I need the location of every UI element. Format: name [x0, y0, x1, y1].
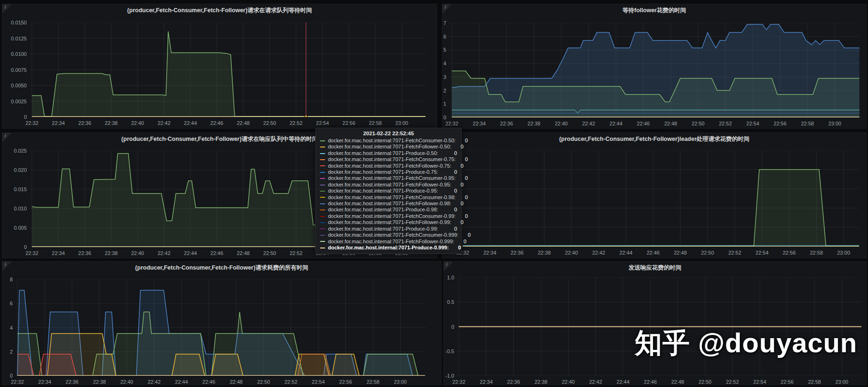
x-axis-label: 22:54 [742, 121, 763, 126]
x-axis-label: 23:00 [831, 379, 852, 385]
y-axis-label: 0 [6, 245, 27, 250]
plot-canvas[interactable] [463, 150, 859, 247]
tooltip-row: docker.for.mac.host.internal:7071-FetchC… [320, 194, 457, 201]
x-axis-label: 22:54 [752, 250, 772, 255]
x-axis-label: 22:34 [34, 379, 55, 385]
tooltip-row: docker.for.mac.host.internal:7071-FetchF… [320, 219, 457, 225]
x-axis-label: 22:32 [7, 379, 28, 385]
panel-title[interactable]: 发送响应花费的时间 [444, 264, 866, 272]
y-axis-label: 0.0050 [6, 83, 27, 88]
x-axis-label: 22:38 [101, 120, 122, 126]
x-axis-label: 22:42 [579, 121, 599, 126]
tooltip-row: docker.for.mac.host.internal:7071-Produc… [320, 169, 457, 175]
x-axis-label: 22:56 [779, 250, 799, 255]
tooltip-row: docker.for.mac.host.internal:7071-FetchC… [320, 232, 457, 238]
y-axis-label: 0.0075 [6, 68, 27, 73]
series-marker-icon [320, 165, 325, 166]
panel-plot[interactable] [30, 23, 426, 117]
x-axis-label: 22:44 [171, 379, 192, 385]
chart-tooltip: 2021-02-22 22:52:45 docker.for.mac.host.… [315, 128, 462, 254]
y-axis-label: 1.0 [434, 275, 454, 280]
y-axis-label: 0.0150 [6, 20, 27, 25]
tooltip-row: docker.for.mac.host.internal:7071-Produc… [320, 188, 457, 194]
plot-canvas[interactable] [30, 23, 426, 117]
y-axis-label: 7 [426, 21, 446, 26]
x-axis-label: 22:36 [503, 379, 524, 385]
panel-title[interactable]: (producer,Fetch-Consumer,Fetch-Follower)… [442, 135, 866, 143]
x-axis-label: 23:00 [390, 379, 411, 385]
series-marker-icon [320, 185, 325, 186]
series-marker-icon [320, 140, 325, 141]
x-axis-label: 22:48 [233, 120, 253, 126]
tooltip-row: docker.for.mac.host.internal:7071-Produc… [320, 150, 457, 156]
x-axis-label: 22:34 [469, 121, 489, 126]
tooltip-series-label: docker.for.mac.host.internal:7071-Produc… [328, 226, 445, 232]
tooltip-row: docker.for.mac.host.internal:7071-Produc… [320, 245, 457, 251]
series-marker-icon [320, 235, 325, 236]
tooltip-series-label: docker.for.mac.host.internal:7071-FetchF… [328, 239, 454, 245]
x-axis-label: 22:56 [339, 120, 359, 126]
x-axis-label: 22:38 [524, 121, 544, 126]
x-axis-label: 23:00 [824, 121, 845, 126]
series-marker-icon [320, 191, 325, 192]
x-axis-label: 22:58 [804, 379, 825, 385]
x-axis-label: 22:52 [715, 121, 736, 126]
tooltip-series-value: 0 [458, 219, 464, 225]
tooltip-series-value: 0 [451, 226, 457, 232]
x-axis-label: 22:50 [697, 250, 718, 255]
x-axis-label: 22:48 [670, 250, 691, 255]
x-axis-label: 22:42 [154, 120, 175, 126]
tooltip-row: docker.for.mac.host.internal:7071-FetchF… [320, 144, 457, 150]
tooltip-series-label: docker.for.mac.host.internal:7071-FetchF… [328, 144, 451, 150]
series-marker-icon [320, 147, 325, 147]
series-marker-icon [320, 153, 325, 154]
x-axis-label: 22:52 [724, 250, 745, 255]
tooltip-series-value: 0 [461, 239, 466, 245]
x-axis-label: 22:40 [551, 121, 571, 126]
panel-plot[interactable] [449, 23, 860, 117]
x-axis-label: 22:50 [688, 121, 708, 126]
y-axis-label: 0.025 [6, 148, 27, 154]
x-axis-label: 22:36 [507, 250, 527, 255]
x-axis-label: 22:36 [496, 121, 517, 126]
y-axis-label: 0 [6, 115, 27, 120]
panel-plot[interactable] [15, 279, 426, 376]
x-axis-label: 22:54 [312, 120, 333, 126]
x-axis-label: 22:44 [606, 121, 626, 126]
panel-title[interactable]: (producer,Fetch-Consumer,Fetch-Follower)… [2, 264, 441, 272]
x-axis-label: 22:40 [561, 250, 582, 255]
crosshair-dot [305, 116, 308, 117]
x-axis-label: 22:38 [89, 379, 110, 385]
y-axis-label: 1 [426, 101, 446, 107]
x-axis-label: 22:44 [616, 250, 636, 255]
y-axis-label: 2 [426, 88, 446, 93]
panel-follower-wait: i等待follower花费的时间7654321022:3222:3422:362… [442, 4, 867, 129]
x-axis-label: 22:48 [660, 121, 681, 126]
series-marker-icon [320, 241, 325, 242]
tooltip-series-value: 0 [458, 163, 464, 169]
tooltip-series-value: 0 [451, 188, 457, 194]
x-axis-label: 22:34 [480, 250, 500, 255]
x-axis-label: 22:46 [643, 250, 663, 255]
x-axis-label: 22:52 [286, 120, 306, 126]
x-axis-label: 22:50 [253, 379, 274, 385]
y-axis-label: 0.0125 [6, 36, 27, 41]
x-axis-label: 22:56 [777, 379, 798, 385]
x-axis-label: 22:46 [198, 379, 219, 385]
tooltip-row: docker.for.mac.host.internal:7071-FetchC… [320, 156, 457, 163]
tooltip-series-label: docker.for.mac.host.internal:7071-Produc… [328, 150, 445, 156]
x-axis-label: 23:00 [391, 120, 412, 126]
plot-canvas[interactable] [449, 23, 860, 117]
x-axis-label: 22:50 [695, 379, 716, 385]
tooltip-series-label: docker.for.mac.host.internal:7071-FetchC… [328, 194, 456, 201]
panel-title[interactable]: 等待follower花费的时间 [442, 7, 866, 15]
x-axis-label: 22:52 [286, 250, 306, 256]
x-axis-label: 22:34 [48, 120, 69, 126]
panel-plot[interactable] [463, 150, 859, 247]
plot-canvas[interactable] [15, 279, 426, 376]
y-axis-label: -1.0 [434, 373, 454, 379]
y-axis-label: 2 [0, 349, 13, 355]
series-marker-icon [320, 197, 325, 198]
x-axis-label: 22:48 [226, 379, 246, 385]
panel-title[interactable]: (producer,Fetch-Consumer,Fetch-Follower)… [2, 7, 437, 15]
